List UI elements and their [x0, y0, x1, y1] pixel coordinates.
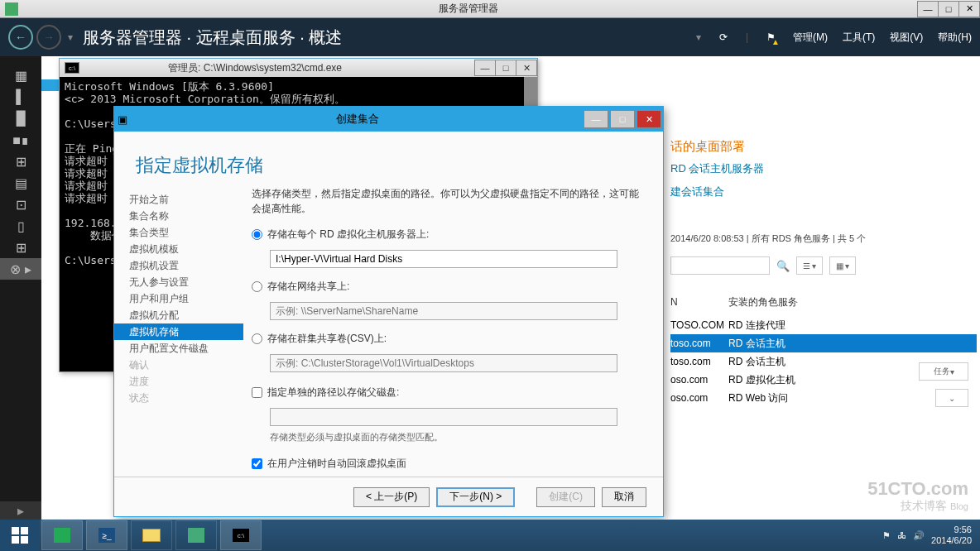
app-icon — [5, 2, 18, 16]
col-header[interactable]: N — [670, 296, 728, 308]
wizard-nav-item: 状态 — [114, 390, 243, 406]
expand-dropdown[interactable]: ⌄ — [935, 389, 968, 407]
next-button[interactable]: 下一步(N) > — [436, 487, 515, 507]
servers-table: N 安装的角色服务 TOSO.COMRD 连接代理toso.comRD 会话主机… — [670, 293, 977, 407]
rail-dashboard-icon[interactable]: ▦ — [0, 65, 41, 86]
rail-item-icon[interactable]: ■∎ — [0, 129, 41, 151]
wizard-nav-item[interactable]: 虚拟机模板 — [114, 241, 243, 257]
cmd-icon: c:\ — [65, 62, 79, 74]
table-row[interactable]: toso.comRD 会话主机 — [670, 334, 977, 352]
link-rd-session-host[interactable]: RD 会话主机服务器 — [670, 161, 977, 176]
tasks-dropdown[interactable]: 任务 ▾ — [919, 362, 968, 381]
deployment-title: 话的桌面部署 — [670, 139, 977, 155]
menu-help[interactable]: 帮助(H) — [938, 31, 972, 45]
wizard-icon: ▣ — [114, 113, 131, 126]
wizard-nav: 开始之前集合名称集合类型虚拟机模板虚拟机设置无人参与设置用户和用户组虚拟机分配虚… — [114, 186, 243, 477]
col-header[interactable]: 安装的角色服务 — [728, 295, 828, 309]
create-collection-wizard: ▣ 创建集合 — □ ✕ 指定虚拟机存储 开始之前集合名称集合类型虚拟机模板虚拟… — [113, 106, 664, 517]
prev-button[interactable]: < 上一步(P) — [353, 487, 430, 507]
server-manager-ribbon: ← → ▾ 服务器管理器 · 远程桌面服务 · 概述 ▾ ⟳ | ⚑ 管理(M)… — [0, 18, 980, 56]
create-button: 创建(C) — [536, 487, 595, 507]
wizard-nav-item[interactable]: 虚拟机设置 — [114, 257, 243, 274]
wizard-nav-item[interactable]: 用户配置文件磁盘 — [114, 340, 243, 357]
wizard-nav-item[interactable]: 集合名称 — [114, 208, 243, 224]
taskbar-explorer[interactable] — [131, 520, 172, 550]
cmd-minimize-button[interactable]: — — [474, 60, 496, 76]
app-titlebar: 服务器管理器 — □ ✕ — [0, 0, 980, 18]
path-input-share — [270, 302, 617, 320]
radio-label[interactable]: 存储在群集共享卷(CSV)上: — [267, 332, 387, 346]
notifications-flag-icon[interactable]: ⚑ — [763, 30, 778, 45]
cmd-maximize-button[interactable]: □ — [495, 60, 516, 76]
cmd-close-button[interactable]: ✕ — [516, 60, 537, 76]
rail-item-icon[interactable]: ▯ — [0, 215, 41, 237]
tray-clock[interactable]: 9:56 2014/6/20 — [931, 525, 972, 546]
taskbar-item[interactable] — [175, 520, 217, 550]
taskbar-server-manager[interactable] — [41, 520, 83, 550]
wizard-minimize-button[interactable]: — — [584, 110, 608, 128]
wizard-nav-item[interactable]: 开始之前 — [114, 191, 243, 208]
wizard-nav-item[interactable]: 无人参与设置 — [114, 274, 243, 290]
taskbar: ≥_ c:\ ⚑ 🖧 🔊 9:56 2014/6/20 — [0, 520, 980, 551]
checkbox-rollback-on-logoff[interactable] — [252, 458, 262, 469]
rail-rds-icon[interactable]: ⊗ ▸ — [0, 258, 41, 280]
tray-flag-icon[interactable]: ⚑ — [882, 530, 891, 541]
radio-store-each-host[interactable] — [252, 229, 262, 240]
rail-item-icon[interactable]: ⊞ — [0, 151, 41, 172]
wizard-nav-item[interactable]: 虚拟机存储 — [114, 323, 243, 340]
minimize-button[interactable]: — — [917, 1, 939, 17]
nav-back-button[interactable]: ← — [8, 25, 33, 50]
nav-forward-button[interactable]: → — [36, 25, 61, 50]
system-tray[interactable]: ⚑ 🖧 🔊 9:56 2014/6/20 — [882, 525, 980, 546]
table-row[interactable]: TOSO.COMRD 连接代理 — [670, 316, 977, 334]
taskbar-powershell[interactable]: ≥_ — [86, 520, 127, 550]
menu-manage[interactable]: 管理(M) — [793, 31, 828, 45]
rail-all-servers-icon[interactable]: ▐▌ — [0, 108, 41, 129]
wizard-maximize-button[interactable]: □ — [610, 110, 635, 128]
taskbar-cmd[interactable]: c:\ — [220, 520, 262, 550]
search-input[interactable] — [670, 256, 770, 275]
tray-sound-icon[interactable]: 🔊 — [913, 530, 925, 541]
cmd-title: 管理员: C:\Windows\system32\cmd.exe — [84, 61, 475, 75]
checkbox-label[interactable]: 指定单独的路径以存储父磁盘: — [267, 386, 399, 400]
left-rail: ▦ ▌ ▐▌ ■∎ ⊞ ▤ ⊡ ▯ ⊞ ⊗ ▸ ▸ — [0, 56, 41, 520]
menu-view[interactable]: 视图(V) — [890, 31, 923, 45]
checkbox-parent-disk-path[interactable] — [252, 387, 262, 398]
search-icon[interactable]: 🔍 — [776, 260, 790, 272]
start-button[interactable] — [0, 520, 40, 551]
watermark: 51CTO.com 技术博客 Blog — [867, 481, 968, 515]
table-row[interactable]: oso.comRD Web 访问 — [670, 389, 977, 407]
wizard-title: 创建集合 — [131, 112, 584, 127]
wizard-nav-item[interactable]: 虚拟机分配 — [114, 307, 243, 323]
close-button[interactable]: ✕ — [958, 1, 980, 17]
parent-disk-path-input — [270, 408, 617, 426]
rail-item-icon[interactable]: ⊡ — [0, 194, 41, 215]
cmd-titlebar[interactable]: c:\ 管理员: C:\Windows\system32\cmd.exe — □… — [60, 59, 537, 77]
rail-expand-icon[interactable]: ▸ — [0, 501, 41, 520]
rail-item-icon[interactable]: ⊞ — [0, 237, 41, 258]
rail-item-icon[interactable]: ▤ — [0, 172, 41, 194]
storage-note: 存储类型必须与虚拟桌面的存储类型匹配。 — [270, 431, 643, 443]
radio-store-share[interactable] — [252, 281, 262, 292]
path-input-csv — [270, 354, 617, 372]
filter-dropdown-2[interactable]: ▦ ▾ — [829, 256, 856, 275]
radio-store-csv[interactable] — [252, 333, 262, 344]
wizard-nav-item[interactable]: 用户和用户组 — [114, 290, 243, 307]
menu-tools[interactable]: 工具(T) — [843, 31, 875, 45]
wizard-nav-item[interactable]: 集合类型 — [114, 224, 243, 241]
radio-label[interactable]: 存储在网络共享上: — [267, 280, 349, 294]
link-create-collection[interactable]: 建会话集合 — [670, 184, 977, 199]
tray-network-icon[interactable]: 🖧 — [897, 530, 906, 540]
rail-local-server-icon[interactable]: ▌ — [0, 86, 41, 108]
wizard-description: 选择存储类型，然后指定虚拟桌面的路径。你可以为父虚拟硬盘指定不同的路径，这可能会… — [252, 186, 643, 216]
checkbox-label[interactable]: 在用户注销时自动回滚虚拟桌面 — [267, 457, 406, 471]
refresh-icon[interactable]: ⟳ — [716, 30, 731, 45]
filter-dropdown-1[interactable]: ☰ ▾ — [796, 256, 823, 275]
radio-label[interactable]: 存储在每个 RD 虚拟化主机服务器上: — [267, 228, 429, 242]
wizard-titlebar[interactable]: ▣ 创建集合 — □ ✕ — [114, 107, 663, 132]
breadcrumb[interactable]: 服务器管理器 · 远程桌面服务 · 概述 — [83, 26, 696, 49]
cancel-button[interactable]: 取消 — [602, 487, 646, 507]
maximize-button[interactable]: □ — [938, 1, 959, 17]
path-input-host[interactable] — [270, 250, 617, 268]
wizard-close-button[interactable]: ✕ — [637, 110, 661, 128]
